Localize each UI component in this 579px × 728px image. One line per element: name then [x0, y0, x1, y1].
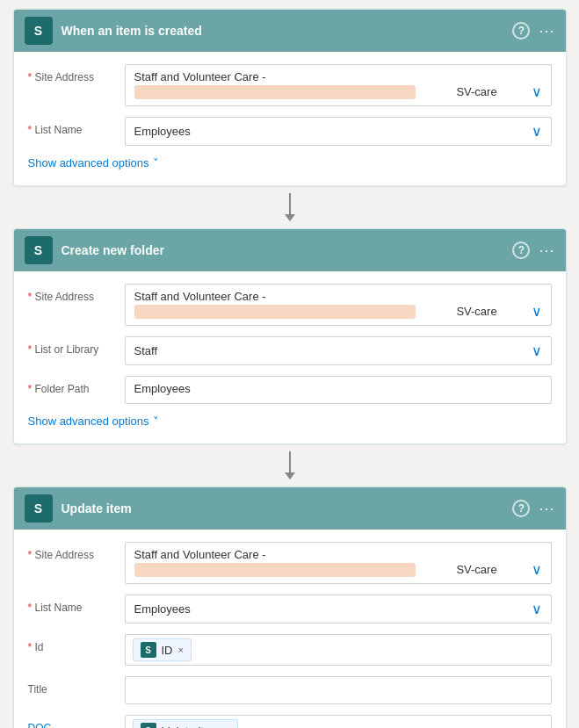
- field-row-site-address-2: * Site Address Staff and Volunteer Care …: [28, 284, 552, 326]
- field-row-id: * Id S ID ×: [28, 634, 552, 666]
- show-advanced-1[interactable]: Show advanced options ˅: [28, 156, 552, 169]
- required-star-2: *: [28, 291, 33, 303]
- card-trigger-title: When an item is created: [62, 24, 202, 38]
- list-name-dropdown-3[interactable]: Employees ∨: [125, 595, 552, 623]
- card-create-folder-more-icon[interactable]: ···: [539, 241, 554, 260]
- field-label-title: Title: [28, 676, 125, 696]
- site-address-top-text-1: Staff and Volunteer Care -: [134, 70, 542, 83]
- field-control-id[interactable]: S ID ×: [125, 634, 552, 666]
- card-trigger-help-icon[interactable]: ?: [512, 22, 530, 40]
- card-trigger-header: S When an item is created ? ···: [14, 10, 566, 52]
- blurred-url-1: [134, 85, 416, 99]
- card-update-item-header-right: ? ···: [512, 500, 554, 518]
- field-label-list-name-3: * List Name: [28, 595, 125, 614]
- site-address-bottom-2: SV-care ∨: [134, 303, 542, 320]
- site-address-chevron-2[interactable]: ∨: [532, 303, 542, 320]
- sv-care-text-2: SV-care: [456, 305, 496, 318]
- card-trigger-more-icon[interactable]: ···: [539, 22, 554, 40]
- card-update-item-body: * Site Address Staff and Volunteer Care …: [14, 530, 566, 728]
- required-star-3: *: [28, 549, 33, 561]
- field-control-list-name-3[interactable]: Employees ∨: [125, 595, 552, 623]
- list-name-chevron-3[interactable]: ∨: [532, 601, 542, 617]
- doc-tag-icon: S: [141, 723, 156, 728]
- card-update-item-header: S Update item ? ···: [14, 487, 566, 530]
- id-tag[interactable]: S ID ×: [133, 638, 192, 661]
- field-row-list-name-3: * List Name Employees ∨: [28, 595, 552, 623]
- field-row-list-name-1: * List Name Employees ∨: [28, 117, 552, 146]
- list-name-value-3: Employees: [134, 602, 191, 616]
- field-control-list-name-1[interactable]: Employees ∨: [125, 117, 552, 146]
- field-row-site-address-3: * Site Address Staff and Volunteer Care …: [28, 542, 552, 584]
- field-row-doc: DOC S Link to item ×: [28, 715, 552, 728]
- card-trigger: S When an item is created ? ··· * Site A…: [13, 9, 567, 186]
- show-advanced-label-2: Show advanced options: [28, 414, 149, 428]
- site-address-top-text-2: Staff and Volunteer Care -: [134, 290, 542, 303]
- sv-care-text-3: SV-care: [456, 563, 496, 576]
- card-create-folder-help-icon[interactable]: ?: [512, 241, 530, 259]
- flow-container: S When an item is created ? ··· * Site A…: [9, 9, 570, 728]
- card-update-item-help-icon[interactable]: ?: [512, 500, 530, 517]
- field-row-folder-path: * Folder Path Employees: [28, 376, 552, 404]
- site-address-bottom-1: SV-care ∨: [134, 83, 542, 100]
- connector-arrow-1: [285, 186, 295, 228]
- list-name-chevron-1[interactable]: ∨: [532, 123, 542, 140]
- card-create-folder-title: Create new folder: [62, 243, 164, 257]
- blurred-url-3: [134, 563, 416, 577]
- connector-line-1: [289, 193, 291, 214]
- field-control-site-address-2[interactable]: Staff and Volunteer Care - SV-care ∨: [125, 284, 552, 326]
- id-tag-close[interactable]: ×: [178, 645, 184, 655]
- field-control-list-library[interactable]: Staff ∨: [125, 336, 552, 365]
- card-update-item-header-left: S Update item: [25, 494, 132, 523]
- doc-tag[interactable]: S Link to item ×: [133, 719, 239, 728]
- site-address-box-3[interactable]: Staff and Volunteer Care - SV-care ∨: [125, 542, 552, 584]
- id-input-with-tag[interactable]: S ID ×: [125, 634, 552, 666]
- site-address-chevron-3[interactable]: ∨: [532, 561, 542, 578]
- folder-path-value: Employees: [134, 382, 191, 395]
- site-address-top-text-3: Staff and Volunteer Care -: [134, 548, 542, 561]
- required-star-folder: *: [28, 383, 33, 395]
- blurred-url-2: [134, 305, 416, 319]
- card-update-item-title: Update item: [62, 501, 132, 515]
- show-advanced-chevron-2: ˅: [153, 414, 159, 428]
- field-label-id: * Id: [28, 634, 125, 653]
- required-star-list-3: *: [28, 602, 33, 614]
- show-advanced-2[interactable]: Show advanced options ˅: [28, 414, 552, 428]
- card-update-item: S Update item ? ··· * Site Address Staff…: [13, 487, 567, 728]
- site-address-box-1[interactable]: Staff and Volunteer Care - SV-care ∨: [125, 64, 552, 106]
- field-row-list-library: * List or Library Staff ∨: [28, 336, 552, 365]
- field-control-folder-path[interactable]: Employees: [125, 376, 552, 404]
- card-create-folder-icon: S: [25, 236, 53, 264]
- connector-arrowhead-2: [285, 472, 295, 479]
- sv-care-text-1: SV-care: [456, 85, 496, 98]
- field-control-doc[interactable]: S Link to item ×: [125, 715, 552, 728]
- field-label-site-address-1: * Site Address: [28, 64, 125, 83]
- field-row-site-address-1: * Site Address Staff and Volunteer Care …: [28, 64, 552, 106]
- list-library-chevron[interactable]: ∨: [532, 342, 542, 359]
- list-name-value-1: Employees: [134, 125, 191, 138]
- field-label-site-address-2: * Site Address: [28, 284, 125, 303]
- required-star-lib: *: [28, 343, 33, 356]
- field-row-title: Title: [28, 676, 552, 704]
- id-tag-icon: S: [141, 642, 156, 658]
- field-label-list-library: * List or Library: [28, 336, 125, 356]
- field-control-site-address-1[interactable]: Staff and Volunteer Care - SV-care ∨: [125, 64, 552, 106]
- field-control-title[interactable]: [125, 676, 552, 704]
- card-create-folder-body: * Site Address Staff and Volunteer Care …: [14, 271, 566, 443]
- folder-path-input[interactable]: Employees: [125, 376, 552, 404]
- connector-line-2: [289, 451, 291, 472]
- card-update-item-icon: S: [25, 494, 53, 523]
- site-address-chevron-1[interactable]: ∨: [532, 83, 542, 100]
- title-input[interactable]: [125, 676, 552, 704]
- required-star-list-1: *: [28, 124, 33, 136]
- connector-arrowhead-1: [285, 214, 295, 221]
- card-trigger-body: * Site Address Staff and Volunteer Care …: [14, 52, 566, 185]
- card-create-folder-header: S Create new folder ? ···: [14, 229, 566, 271]
- card-update-item-more-icon[interactable]: ···: [539, 500, 554, 518]
- connector-arrow-2: [285, 444, 295, 487]
- list-library-dropdown[interactable]: Staff ∨: [125, 336, 552, 365]
- field-control-site-address-3[interactable]: Staff and Volunteer Care - SV-care ∨: [125, 542, 552, 584]
- doc-input-with-tag[interactable]: S Link to item ×: [125, 715, 552, 728]
- list-name-dropdown-1[interactable]: Employees ∨: [125, 117, 552, 146]
- field-label-doc: DOC: [28, 715, 125, 728]
- site-address-box-2[interactable]: Staff and Volunteer Care - SV-care ∨: [125, 284, 552, 326]
